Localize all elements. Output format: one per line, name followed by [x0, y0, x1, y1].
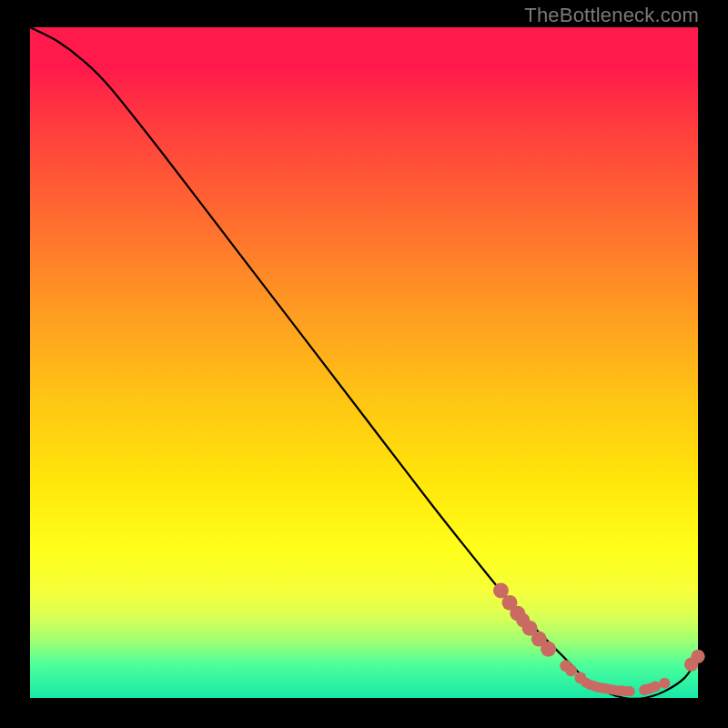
marker-layer [493, 583, 705, 697]
curve-marker [624, 686, 634, 696]
curve-marker [659, 678, 670, 689]
watermark-text: TheBottleneck.com [524, 4, 699, 27]
bottleneck-curve [30, 27, 698, 699]
curve-marker [541, 642, 556, 657]
curve-marker [565, 664, 577, 676]
plot-area [30, 27, 698, 698]
chart-stage: TheBottleneck.com [0, 0, 728, 728]
curve-svg [30, 27, 698, 698]
curve-marker [650, 681, 661, 692]
curve-marker [691, 650, 704, 663]
